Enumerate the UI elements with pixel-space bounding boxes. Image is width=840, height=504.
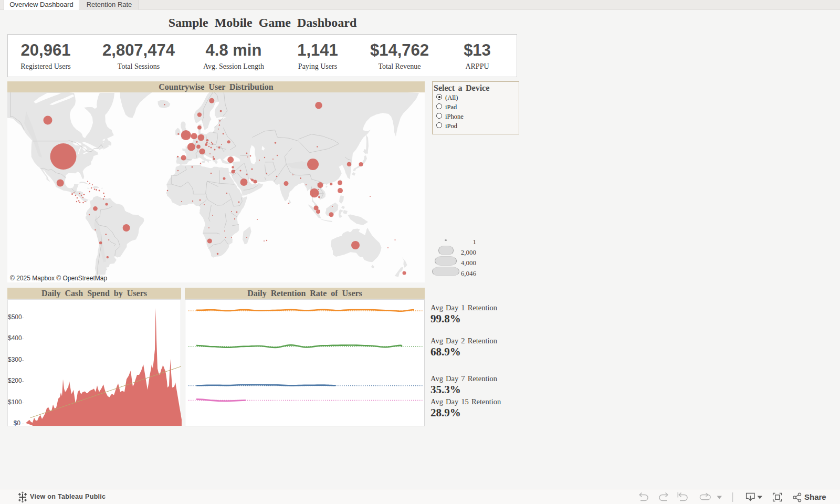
svg-text:Share: Share: [804, 492, 826, 501]
